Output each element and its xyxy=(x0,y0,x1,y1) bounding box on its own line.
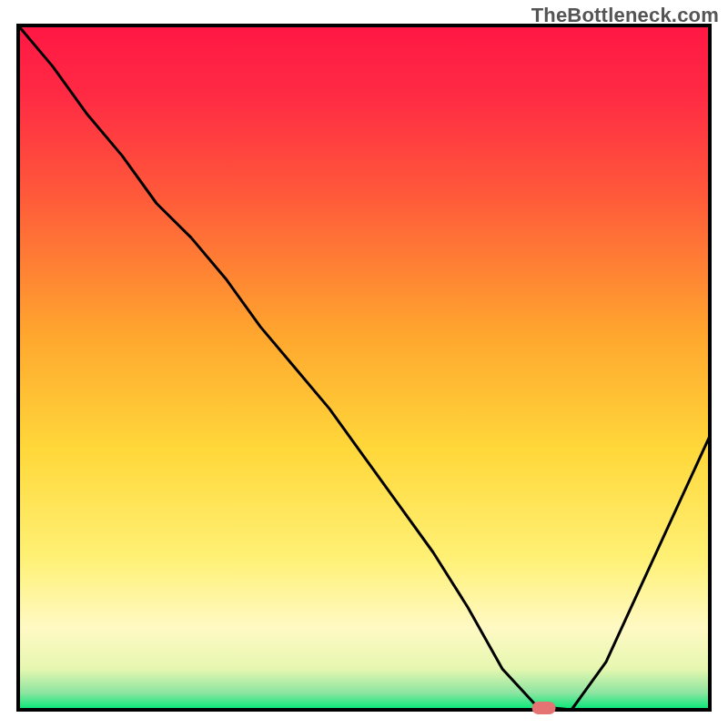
watermark-text: TheBottleneck.com xyxy=(531,4,719,27)
chart-background xyxy=(18,25,710,710)
minimum-marker xyxy=(532,702,556,714)
bottleneck-chart xyxy=(0,0,728,728)
chart-canvas: TheBottleneck.com xyxy=(0,0,728,728)
